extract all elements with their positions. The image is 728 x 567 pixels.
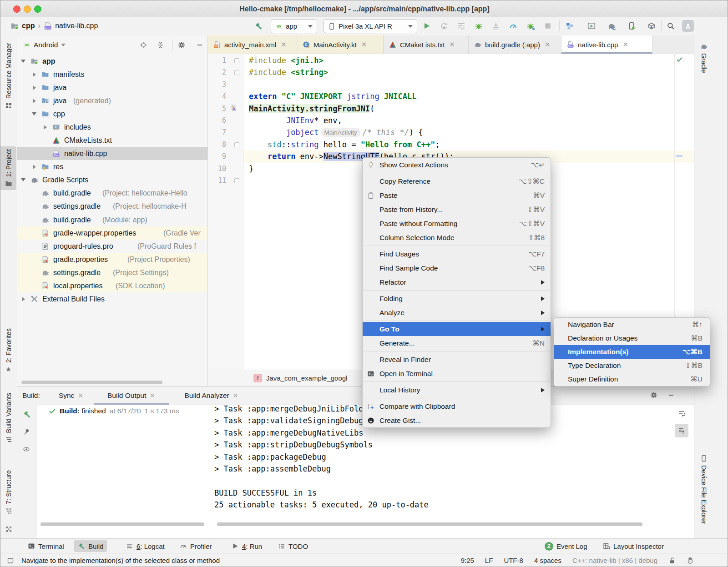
encoding-widget[interactable]: UTF-8 [504,557,523,564]
project-view-selector[interactable]: Android [34,41,58,49]
tool-window-switcher[interactable] [0,523,16,536]
scroll-to-end-button[interactable] [675,424,688,437]
menu-item-paste[interactable]: Paste⌘V [363,188,551,202]
folded-function-name[interactable]: MainActivity.stringFromJNI [249,104,370,113]
filter-eye-icon[interactable] [23,446,30,453]
tab-native-lib-cpp[interactable]: native-lib.cpp ✕ [561,35,652,54]
project-structure-button[interactable] [565,21,575,31]
tree-item-local-properties[interactable]: local.properties (SDK Location) [17,279,207,292]
menu-item-column-selection-mode[interactable]: Column Selection Mode⇧⌘8 [363,231,551,245]
project-settings-gear-button[interactable] [178,41,185,49]
inspection-profile-icon[interactable] [687,557,694,564]
tab-mainactivity-kt[interactable]: MainActivity.kt ✕ [297,35,384,54]
menu-item-find-usages[interactable]: Find Usages⌥F7 [363,247,551,261]
apply-changes-button[interactable]: A [439,21,449,31]
tab-cmakelists[interactable]: CMakeLists.txt ✕ [384,35,469,54]
layout-inspector-button[interactable]: Layout Inspector [599,540,667,552]
sidebar-item-resource-manager[interactable]: Resource Manager [0,40,16,112]
menu-item-show-context-actions[interactable]: Show Context Actions ⌥↵ [363,158,551,172]
menu-item-paste-from-history[interactable]: Paste from History...⇧⌘V [363,202,551,216]
tab-sync[interactable]: Sync✕ [51,386,91,405]
fold-marker[interactable] [234,178,239,183]
collapse-all-button[interactable] [157,41,164,49]
sidebar-item-project[interactable]: 1: Project [0,146,16,190]
profile-low-overhead-button[interactable] [526,21,536,31]
menu-item-compare-with-clipboard[interactable]: Compare with Clipboard [363,399,551,413]
tree-item-java-generated[interactable]: java (generated) [17,94,207,107]
fold-marker[interactable] [234,142,239,147]
sdk-manager-button[interactable] [647,21,657,31]
tool-window-logcat[interactable]: 6: Logcat [122,540,168,552]
menu-item-folding[interactable]: Folding [363,291,551,306]
collapsed-arrow-icon[interactable] [33,85,36,90]
code-line-1[interactable]: #include <jni.h> [249,55,324,66]
collapsed-arrow-icon[interactable] [33,165,36,169]
submenu-item-type-declaration[interactable]: Type Declaration⇧⌘B [554,359,710,372]
device-select[interactable]: Pixel 3a XL API R [324,19,417,33]
close-icon[interactable]: ✕ [150,392,155,399]
navigation-breadcrumb[interactable]: cpp › native-lib.cpp [10,17,98,35]
minimize-window-button[interactable] [24,5,31,13]
attach-debugger-button[interactable] [491,21,501,31]
code-line-7[interactable]: jobjectMainActivity/* this */) { [249,126,423,138]
inspections-ok-check-icon[interactable] [676,56,682,63]
error-stripe-selection-mark[interactable] [676,155,682,157]
submenu-item-navigation-bar[interactable]: Navigation Bar⌘↑ [554,318,710,331]
sidebar-item-structure[interactable]: 7: Structure [0,467,16,517]
tree-item-gradle-scripts[interactable]: Gradle Scripts [17,173,207,186]
breadcrumb-module[interactable]: cpp [22,22,35,30]
expanded-arrow-icon[interactable] [21,60,25,63]
tree-item-settings-gradle-project[interactable]: settings.gradle (Project: hellocmake-H [17,200,207,213]
locate-file-button[interactable] [140,41,147,49]
code-line-6[interactable]: JNIEnv* env, [249,115,342,126]
gradle-sync-button[interactable] [607,21,617,31]
tree-item-java[interactable]: java [17,81,207,94]
tree-item-settings-gradle[interactable]: settings.gradle (Project Settings) [17,266,207,279]
code-line-10[interactable]: } [249,163,253,175]
tool-window-build[interactable]: Build [74,540,107,552]
tab-build-output[interactable]: Build Output✕ [94,386,169,405]
tree-item-proguard-rules[interactable]: proguard-rules.pro (ProGuard Rules f [17,240,207,253]
menu-item-open-in-terminal[interactable]: Open in Terminal [363,366,551,381]
close-icon[interactable]: ✕ [78,392,83,399]
tree-item-includes[interactable]: includes [17,120,207,134]
close-icon[interactable]: ✕ [281,40,287,49]
lock-open-icon[interactable] [668,557,676,564]
close-window-button[interactable] [13,5,20,13]
search-everywhere-button[interactable] [666,21,676,31]
menu-item-copy-reference[interactable]: Copy Reference⌥⇧⌘C [363,174,551,188]
menu-item-refactor[interactable]: Refactor [363,275,551,289]
code-line-4[interactable]: extern "C" JNIEXPORT jstring JNICALL [249,90,417,102]
hide-build-panel-button[interactable] [667,391,675,399]
tab-build-gradle-app[interactable]: build.gradle (:app) ✕ [469,35,561,54]
menu-item-create-gist[interactable]: Create Gist... [363,413,551,427]
build-status-row[interactable]: Build: finished at 6/17/20 1 s 173 ms [49,405,179,417]
close-icon[interactable]: ✕ [361,40,367,49]
tool-window-run[interactable]: 4: Run [228,540,266,552]
sidebar-item-device-file-explorer[interactable]: Device File Explorer [697,452,711,527]
close-icon[interactable]: ✕ [233,392,238,399]
tree-item-res[interactable]: res [17,160,207,173]
caret-position-widget[interactable]: 9:25 [461,557,474,564]
device-manager-button[interactable] [627,21,637,31]
code-line-2[interactable]: #include <string> [249,66,328,78]
close-icon[interactable]: ✕ [622,40,628,49]
soft-wrap-button[interactable] [675,406,688,420]
run-build-hammer-button[interactable] [23,410,31,418]
tool-window-todo[interactable]: TODO [274,540,312,552]
fold-marker[interactable] [234,70,239,75]
submenu-item-super-definition[interactable]: Super Definition⌘U [554,372,710,386]
code-line-5[interactable]: MainActivity.stringFromJNI( [249,103,374,115]
editor-breadcrumb[interactable]: Java_com_example_googl [266,374,347,382]
window-controls[interactable] [13,5,45,15]
code-line-8[interactable]: std::string hello = "Hello from C++"; [249,139,440,151]
tree-item-external-build-files[interactable]: External Build Files [17,292,207,306]
tree-item-build-gradle-module[interactable]: build.gradle (Module: app) [17,213,207,226]
build-config-widget[interactable]: C++: native-lib | x86 | debug [572,557,657,564]
tree-item-build-gradle-project[interactable]: build.gradle (Project: hellocmake-Hello [17,186,207,200]
profile-button[interactable] [508,21,518,31]
breadcrumb-file[interactable]: native-lib.cpp [55,22,98,30]
menu-item-paste-without-formatting[interactable]: Paste without Formatting⌥⇧⌘V [363,216,551,231]
editor-gutter[interactable]: 1 2 3 4 5 6 7 8 9 10 11 [208,54,243,370]
submenu-item-declaration-or-usages[interactable]: Declaration or Usages⌘B [554,331,710,345]
